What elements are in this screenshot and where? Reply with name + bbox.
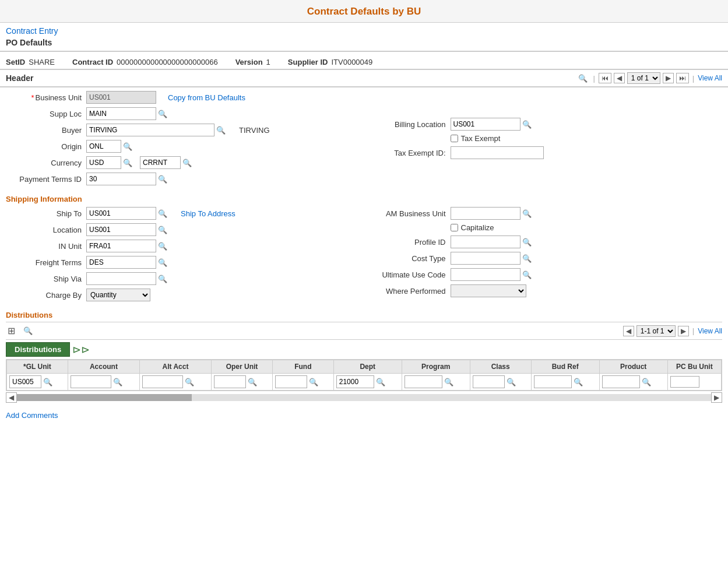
profile-id-input[interactable]	[451, 235, 520, 248]
billing-location-search[interactable]: 🔍	[520, 119, 533, 129]
dist-nav-controls: ◀ 1-1 of 1 ▶ | View All	[623, 325, 722, 337]
version-value: 1	[266, 58, 270, 66]
dist-grid-button[interactable]: ⊞	[6, 325, 17, 337]
copy-from-bu-link[interactable]: Copy from BU Defaults	[168, 93, 245, 102]
dept-search[interactable]: 🔍	[374, 377, 387, 387]
gl-unit-input[interactable]	[9, 375, 41, 388]
tax-exempt-checkbox[interactable]	[451, 135, 458, 142]
in-unit-search[interactable]: 🔍	[156, 241, 169, 251]
oper-unit-input[interactable]	[214, 375, 246, 388]
cost-type-row: Cost Type 🔍	[370, 252, 723, 265]
last-page-button[interactable]: ⏭	[676, 73, 689, 83]
fund-search[interactable]: 🔍	[307, 377, 320, 387]
gl-unit-search[interactable]: 🔍	[41, 377, 54, 387]
freight-terms-input[interactable]	[86, 256, 156, 269]
class-input[interactable]	[473, 375, 505, 388]
supp-loc-search[interactable]: 🔍	[156, 109, 169, 119]
origin-input[interactable]	[86, 140, 121, 153]
where-performed-select[interactable]: Buyer Location Supplier Location	[451, 284, 526, 297]
buyer-input[interactable]	[86, 124, 214, 136]
am-business-unit-label: AM Business Unit	[370, 209, 446, 218]
dist-view-all-link[interactable]: View All	[698, 327, 722, 335]
am-business-unit-input[interactable]	[451, 207, 520, 220]
breadcrumb-link[interactable]: Contract Entry	[0, 23, 728, 37]
location-row: Location 🔍	[6, 223, 358, 236]
dist-page-select[interactable]: 1-1 of 1	[636, 325, 676, 337]
class-search[interactable]: 🔍	[505, 377, 518, 387]
tab-expand-icon[interactable]: ⊳⊳	[72, 343, 90, 356]
first-page-button[interactable]: ⏮	[599, 73, 611, 83]
scroll-right-btn[interactable]: ▶	[711, 392, 722, 403]
program-input[interactable]	[405, 375, 442, 388]
dept-input[interactable]	[336, 375, 374, 388]
cost-type-input[interactable]	[451, 252, 520, 265]
page-select[interactable]: 1 of 1	[627, 72, 660, 84]
scroll-left-btn[interactable]: ◀	[6, 392, 17, 403]
account-search[interactable]: 🔍	[111, 377, 124, 387]
charge-by-label: Charge By	[6, 291, 82, 300]
payment-terms-field: 🔍	[86, 173, 169, 185]
ultimate-use-code-search[interactable]: 🔍	[520, 270, 533, 280]
alt-acct-input[interactable]	[142, 375, 183, 388]
buyer-search[interactable]: 🔍	[214, 125, 227, 135]
payment-terms-search[interactable]: 🔍	[156, 174, 169, 184]
distributions-tab[interactable]: Distributions	[6, 342, 70, 357]
origin-field: 🔍	[86, 140, 134, 153]
currency2-input[interactable]	[140, 156, 181, 169]
ship-via-input[interactable]	[86, 272, 156, 285]
product-search[interactable]: 🔍	[640, 377, 653, 387]
oper-unit-search[interactable]: 🔍	[246, 377, 259, 387]
cost-type-label: Cost Type	[370, 254, 446, 263]
profile-id-search[interactable]: 🔍	[520, 237, 533, 247]
header-search-button[interactable]: 🔍	[576, 73, 589, 83]
cost-type-search[interactable]: 🔍	[520, 254, 533, 263]
payment-terms-input[interactable]	[86, 173, 156, 185]
product-input[interactable]	[602, 375, 640, 388]
in-unit-input[interactable]	[86, 240, 156, 252]
dist-search-button[interactable]: 🔍	[22, 326, 34, 336]
ultimate-use-code-input[interactable]	[451, 268, 520, 281]
billing-location-input[interactable]	[451, 118, 520, 131]
am-business-unit-search[interactable]: 🔍	[520, 209, 533, 219]
billing-location-field: 🔍	[451, 118, 533, 131]
ship-to-search[interactable]: 🔍	[156, 209, 169, 219]
supp-loc-label: Supp Loc	[6, 110, 82, 118]
freight-terms-label: Freight Terms	[6, 258, 82, 267]
h-scrollbar[interactable]	[17, 394, 711, 401]
dist-next-button[interactable]: ▶	[678, 326, 689, 336]
pc-bu-unit-input[interactable]	[670, 376, 699, 388]
program-search[interactable]: 🔍	[442, 377, 455, 387]
ship-via-search[interactable]: 🔍	[156, 274, 169, 284]
next-page-button[interactable]: ▶	[663, 73, 674, 83]
currency2-search[interactable]: 🔍	[181, 158, 194, 168]
h-scrollbar-thumb[interactable]	[17, 394, 192, 401]
tax-exempt-id-input[interactable]	[451, 146, 544, 159]
freight-terms-search[interactable]: 🔍	[156, 258, 169, 268]
currency-search[interactable]: 🔍	[121, 158, 134, 168]
fund-input[interactable]	[275, 375, 307, 388]
dist-prev-button[interactable]: ◀	[623, 326, 634, 336]
view-all-link[interactable]: View All	[698, 74, 722, 82]
supp-loc-field: 🔍	[86, 107, 169, 120]
ship-to-address-link[interactable]: Ship To Address	[181, 209, 235, 218]
charge-by-select[interactable]: Quantity Amount	[86, 289, 150, 301]
alt-acct-search[interactable]: 🔍	[183, 377, 196, 387]
location-search[interactable]: 🔍	[156, 225, 169, 235]
origin-row: Origin 🔍	[6, 140, 358, 153]
currency-input[interactable]	[86, 156, 121, 169]
business-unit-input[interactable]	[86, 91, 156, 104]
origin-search[interactable]: 🔍	[121, 142, 134, 152]
account-input[interactable]	[71, 375, 111, 388]
supp-loc-row: Supp Loc 🔍	[6, 107, 358, 120]
origin-label: Origin	[6, 142, 82, 151]
ship-to-input[interactable]	[86, 207, 156, 220]
prev-page-button[interactable]: ◀	[614, 73, 625, 83]
supp-loc-input[interactable]	[86, 107, 156, 120]
capitalize-checkbox[interactable]	[451, 224, 458, 231]
bud-ref-search[interactable]: 🔍	[572, 377, 585, 387]
location-input[interactable]	[86, 223, 156, 236]
location-field: 🔍	[86, 223, 169, 236]
distributions-table-wrapper: *GL Unit Account Alt Acct Oper Unit Fund…	[6, 359, 722, 391]
add-comments-link[interactable]: Add Comments	[0, 407, 728, 423]
bud-ref-input[interactable]	[534, 375, 572, 388]
